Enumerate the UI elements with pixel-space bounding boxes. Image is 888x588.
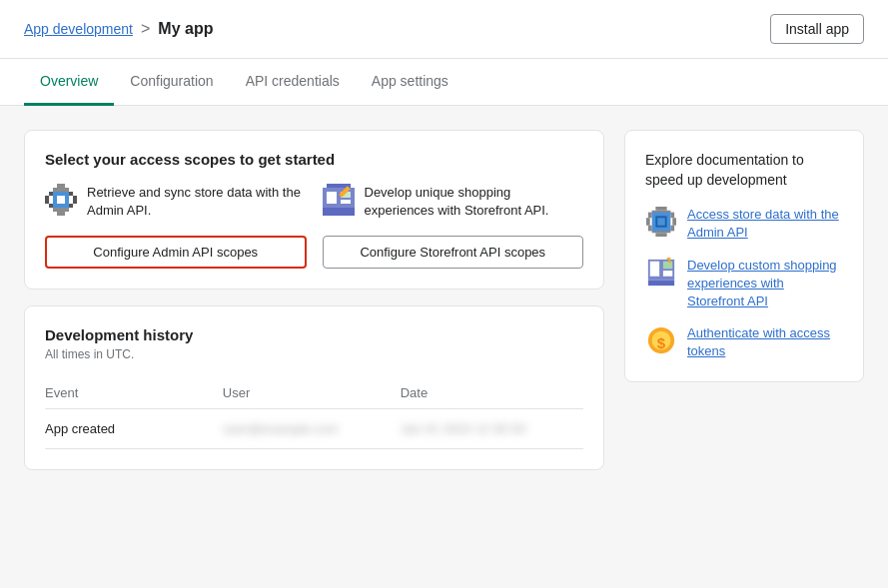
doc-coin-icon: $ (645, 324, 677, 356)
svg-rect-16 (49, 204, 53, 208)
top-bar: App development > My app Install app (0, 0, 888, 59)
gear-icon (45, 184, 77, 216)
page-title: My app (158, 20, 213, 38)
doc-item-admin-api: Access store data with the Admin API (645, 206, 843, 242)
svg-rect-34 (655, 233, 666, 237)
tab-app-settings[interactable]: App settings (356, 59, 464, 106)
access-scopes-grid: Retrieve and sync store data with the Ad… (45, 184, 583, 220)
right-panel: Explore documentation to speed up develo… (624, 130, 864, 470)
install-app-button[interactable]: Install app (770, 14, 864, 44)
svg-rect-37 (657, 218, 665, 226)
svg-rect-31 (648, 226, 652, 232)
storefront-icon (323, 184, 355, 216)
breadcrumb: App development > My app (24, 20, 213, 38)
col-user-header: User (223, 377, 401, 409)
dev-history-card: Development history All times in UTC. Ev… (24, 305, 604, 470)
svg-rect-14 (45, 196, 49, 204)
svg-rect-15 (73, 196, 77, 204)
access-scopes-card: Select your access scopes to get started (24, 130, 604, 290)
svg-rect-12 (49, 192, 53, 196)
svg-rect-27 (648, 213, 652, 219)
svg-rect-25 (655, 207, 666, 211)
main-content: Select your access scopes to get started (0, 106, 888, 494)
col-event-header: Event (45, 377, 223, 409)
tab-api-credentials[interactable]: API credentials (230, 59, 356, 106)
svg-text:$: $ (657, 334, 666, 351)
svg-rect-20 (327, 192, 337, 204)
breadcrumb-separator: > (141, 20, 150, 38)
svg-rect-23 (323, 208, 355, 216)
svg-rect-28 (670, 213, 674, 219)
docs-title: Explore documentation to speed up develo… (645, 151, 843, 190)
utc-note: All times in UTC. (45, 347, 583, 361)
left-panel: Select your access scopes to get started (24, 130, 604, 470)
svg-rect-39 (650, 261, 659, 276)
tab-overview[interactable]: Overview (24, 59, 114, 106)
svg-rect-9 (57, 212, 65, 216)
tab-configuration[interactable]: Configuration (114, 59, 229, 106)
event-cell: App created (45, 409, 223, 449)
svg-rect-30 (672, 218, 676, 226)
svg-rect-1 (53, 188, 69, 192)
table-row: App created user@example.com Jan 01 2024… (45, 409, 583, 449)
doc-storefront-icon (645, 257, 677, 289)
svg-rect-44 (669, 259, 671, 263)
docs-card: Explore documentation to speed up develo… (624, 130, 864, 382)
svg-rect-0 (57, 184, 65, 188)
user-cell: user@example.com (223, 409, 401, 449)
svg-rect-11 (57, 196, 65, 204)
tabs-bar: Overview Configuration API credentials A… (0, 59, 888, 106)
svg-rect-32 (670, 226, 674, 232)
svg-rect-13 (69, 192, 73, 196)
configure-admin-api-button[interactable]: Configure Admin API scopes (45, 236, 307, 269)
svg-rect-42 (648, 280, 674, 286)
svg-rect-41 (663, 271, 672, 277)
admin-api-scope-text: Retrieve and sync store data with the Ad… (87, 184, 307, 220)
svg-rect-43 (667, 258, 671, 260)
admin-api-scope-item: Retrieve and sync store data with the Ad… (45, 184, 307, 220)
svg-rect-22 (341, 200, 351, 204)
doc-link-storefront[interactable]: Develop custom shopping experiences with… (687, 257, 843, 311)
svg-rect-17 (69, 204, 73, 208)
svg-rect-8 (53, 208, 69, 212)
doc-item-tokens: $ Authenticate with access tokens (645, 324, 843, 360)
svg-rect-40 (663, 261, 672, 269)
doc-link-tokens[interactable]: Authenticate with access tokens (687, 324, 843, 360)
svg-rect-29 (646, 218, 650, 226)
storefront-api-scope-text: Develop unique shopping experiences with… (365, 184, 584, 220)
history-table: Event User Date App created user@example… (45, 377, 583, 449)
doc-item-storefront: Develop custom shopping experiences with… (645, 257, 843, 311)
date-cell: Jan 01 2024 12 00 00 (401, 409, 583, 449)
access-scopes-title: Select your access scopes to get started (45, 151, 583, 168)
breadcrumb-link[interactable]: App development (24, 21, 133, 37)
history-table-header: Event User Date (45, 377, 583, 409)
col-date-header: Date (401, 377, 583, 409)
doc-link-admin-api[interactable]: Access store data with the Admin API (687, 206, 843, 242)
dev-history-title: Development history (45, 326, 583, 343)
storefront-api-scope-item: Develop unique shopping experiences with… (323, 184, 584, 220)
configure-storefront-api-button[interactable]: Configure Storefront API scopes (323, 236, 584, 269)
doc-gear-icon (645, 206, 677, 238)
scope-buttons: Configure Admin API scopes Configure Sto… (45, 236, 583, 269)
